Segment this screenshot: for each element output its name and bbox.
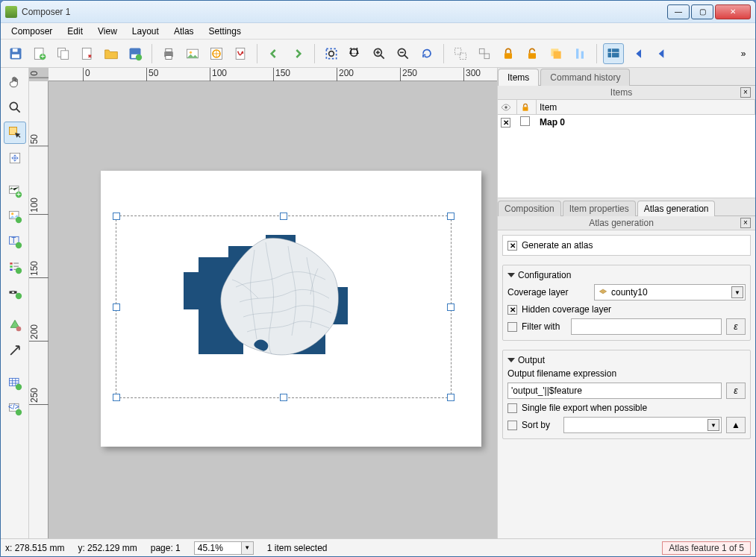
menu-view[interactable]: View (92, 25, 123, 38)
main-toolbar: + 1:1 » (1, 40, 755, 68)
duplicate-composer-icon[interactable] (53, 43, 74, 64)
menu-composer[interactable]: Composer (5, 25, 58, 38)
export-image-icon[interactable] (182, 43, 203, 64)
item-lock-checkbox[interactable] (520, 116, 530, 126)
select-tool-icon[interactable] (4, 122, 26, 144)
pan-tool-icon[interactable] (4, 71, 26, 93)
filter-expression-button[interactable]: ε (726, 318, 746, 335)
tab-composition[interactable]: Composition (498, 201, 561, 216)
align-icon[interactable] (569, 43, 590, 64)
svg-rect-64 (523, 107, 528, 110)
add-scalebar-tool-icon[interactable] (4, 281, 26, 303)
map-frame[interactable] (116, 215, 452, 398)
add-arrow-tool-icon[interactable] (4, 339, 26, 362)
col-item-header[interactable]: Item (537, 100, 755, 114)
composer-manager-icon[interactable] (77, 43, 98, 64)
item-row-map0[interactable]: ✕ Map 0 (498, 115, 755, 130)
titlebar[interactable]: Composer 1 — ▢ ✕ (1, 1, 755, 23)
statusbar: x: 278.515 mm y: 252.129 mm page: 1 45.1… (1, 538, 755, 556)
undo-icon[interactable] (263, 43, 284, 64)
add-legend-tool-icon[interactable] (4, 256, 26, 278)
composer-window: Composer 1 — ▢ ✕ Composer Edit View Layo… (0, 0, 756, 557)
tab-items[interactable]: Items (498, 69, 539, 86)
svg-point-59 (16, 384, 22, 390)
filter-with-checkbox[interactable] (507, 322, 517, 332)
single-file-checkbox[interactable] (507, 403, 517, 413)
items-panel-close-icon[interactable]: × (740, 87, 751, 98)
status-selection: 1 item selected (267, 543, 328, 553)
tab-item-properties[interactable]: Item properties (563, 201, 636, 216)
sort-direction-button[interactable]: ▲ (726, 417, 746, 433)
export-pdf-icon[interactable] (230, 43, 251, 64)
menu-layout[interactable]: Layout (126, 25, 165, 38)
ungroup-icon[interactable] (474, 43, 495, 64)
atlas-preview-icon[interactable] (603, 43, 624, 64)
left-toolbar: + T </> (1, 68, 29, 538)
svg-text:+: + (16, 190, 21, 198)
tab-atlas-generation[interactable]: Atlas generation (637, 201, 716, 216)
filename-expression-input[interactable] (507, 383, 722, 399)
atlas-panel-close-icon[interactable]: × (740, 218, 751, 228)
generate-atlas-checkbox[interactable]: ✕ (507, 241, 517, 251)
zoom-out-icon[interactable] (393, 43, 413, 64)
zoom-combo[interactable]: 45.1% ▼ (194, 541, 254, 555)
menu-atlas[interactable]: Atlas (168, 25, 200, 38)
item-visible-checkbox[interactable]: ✕ (501, 118, 510, 128)
refresh-icon[interactable] (416, 43, 437, 64)
print-icon[interactable] (158, 43, 179, 64)
dropdown-icon[interactable]: ▼ (241, 542, 253, 554)
sort-by-checkbox[interactable] (507, 421, 517, 430)
coverage-layer-combo[interactable]: county10 ▼ (594, 284, 746, 300)
svg-point-11 (136, 54, 142, 60)
toolbar-overflow-icon[interactable]: » (736, 48, 751, 59)
add-shape-tool-icon[interactable] (4, 314, 26, 336)
atlas-prev-icon[interactable] (651, 43, 672, 64)
zoom-in-icon[interactable] (369, 43, 390, 64)
filename-expression-button[interactable]: ε (726, 383, 746, 399)
add-table-tool-icon[interactable] (4, 372, 26, 394)
col-lock-icon[interactable] (517, 100, 537, 114)
zoom-full-icon[interactable] (321, 43, 342, 64)
export-svg-icon[interactable] (206, 43, 227, 64)
new-composer-icon[interactable]: + (29, 43, 50, 64)
menu-settings[interactable]: Settings (203, 25, 247, 38)
tab-command-history[interactable]: Command history (540, 69, 630, 86)
raise-icon[interactable] (546, 43, 566, 64)
svg-text:+: + (40, 51, 45, 60)
svg-text:T: T (11, 236, 16, 245)
group-icon[interactable] (450, 43, 471, 64)
load-template-icon[interactable] (101, 43, 122, 64)
filter-with-input[interactable] (571, 318, 722, 335)
hidden-coverage-checkbox[interactable]: ✕ (507, 305, 517, 315)
lock-icon[interactable] (498, 43, 519, 64)
zoom-actual-icon[interactable]: 1:1 (345, 43, 366, 64)
redo-icon[interactable] (287, 43, 308, 64)
save-template-icon[interactable] (125, 43, 146, 64)
close-button[interactable]: ✕ (715, 4, 751, 19)
sort-by-combo[interactable]: ▼ (563, 417, 722, 433)
menu-edit[interactable]: Edit (61, 25, 89, 38)
add-image-tool-icon[interactable] (4, 205, 26, 227)
svg-rect-28 (479, 48, 484, 54)
dropdown-icon[interactable]: ▼ (707, 419, 719, 431)
col-visibility-icon[interactable] (498, 100, 517, 114)
svg-point-56 (16, 293, 22, 299)
canvas-area[interactable]: 0 50 100 150 200 250 300 0 50 100 150 20… (29, 68, 497, 538)
filename-label: Output filename expression (507, 368, 616, 379)
move-content-tool-icon[interactable] (4, 147, 26, 169)
collapse-icon[interactable] (507, 358, 515, 362)
add-map-tool-icon[interactable]: + (4, 180, 26, 202)
add-label-tool-icon[interactable]: T (4, 230, 26, 253)
zoom-tool-icon[interactable] (4, 96, 26, 119)
dropdown-icon[interactable]: ▼ (731, 286, 743, 298)
save-project-icon[interactable] (5, 43, 26, 64)
svg-rect-36 (608, 48, 619, 57)
atlas-first-icon[interactable] (627, 43, 648, 64)
collapse-icon[interactable] (507, 273, 515, 277)
minimize-button[interactable]: — (667, 4, 690, 19)
maximize-button[interactable]: ▢ (691, 4, 713, 19)
svg-rect-50 (10, 265, 12, 268)
right-panel: Items Command history Items × Item ✕ Map… (497, 68, 755, 538)
add-html-tool-icon[interactable]: </> (4, 397, 26, 420)
unlock-icon[interactable] (522, 43, 543, 64)
